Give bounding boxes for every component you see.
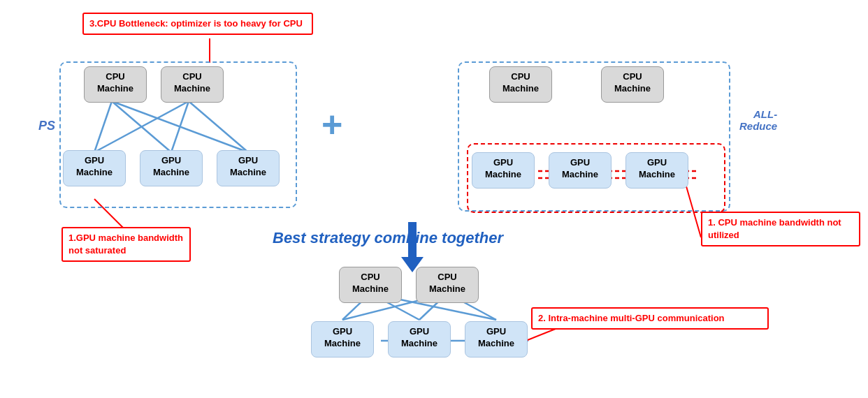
allreduce-cpu-machine-1: CPUMachine bbox=[489, 66, 552, 103]
ps-cpu-machine-1: CPU Machine bbox=[84, 66, 147, 103]
best-strategy-text: Best strategy combine together bbox=[273, 229, 503, 247]
bottom-cpu-machine-1: CPUMachine bbox=[339, 267, 402, 303]
bottom-gpu-machine-1: GPUMachine bbox=[311, 321, 374, 358]
intra-machine-callout: 2. Intra-machine multi-GPU communication bbox=[531, 307, 769, 330]
ps-gpu-machine-3: GPUMachine bbox=[217, 150, 280, 186]
ps-gpu-machine-2: GPUMachine bbox=[140, 150, 203, 186]
allreduce-gpu-machine-2: GPUMachine bbox=[549, 152, 612, 189]
ps-gpu-machine-1: GPUMachine bbox=[63, 150, 126, 186]
allreduce-label: ALL-Reduce bbox=[739, 108, 777, 132]
diagram-container: PS CPU Machine CPU Machine GPUMachine GP… bbox=[0, 0, 868, 398]
ps-label: PS bbox=[38, 119, 55, 133]
bottom-gpu-machine-2: GPUMachine bbox=[388, 321, 451, 358]
gpu-bandwidth-callout: 1.GPU machine bandwidth not saturated bbox=[62, 227, 191, 262]
allreduce-gpu-machine-3: GPUMachine bbox=[625, 152, 688, 189]
allreduce-cpu-machine-2: CPUMachine bbox=[601, 66, 664, 103]
cpu-bottleneck-callout: 3.CPU Bottleneck: optimizer is too heavy… bbox=[82, 13, 313, 35]
bottom-cpu-machine-2: CPUMachine bbox=[416, 267, 479, 303]
allreduce-gpu-machine-1: GPUMachine bbox=[472, 152, 535, 189]
cpu-bandwidth-callout: 1. CPU machine bandwidth not utilized bbox=[701, 212, 860, 246]
bottom-gpu-machine-3: GPUMachine bbox=[465, 321, 528, 358]
ps-cpu-machine-2: CPU Machine bbox=[161, 66, 224, 103]
plus-sign: + bbox=[321, 103, 342, 145]
